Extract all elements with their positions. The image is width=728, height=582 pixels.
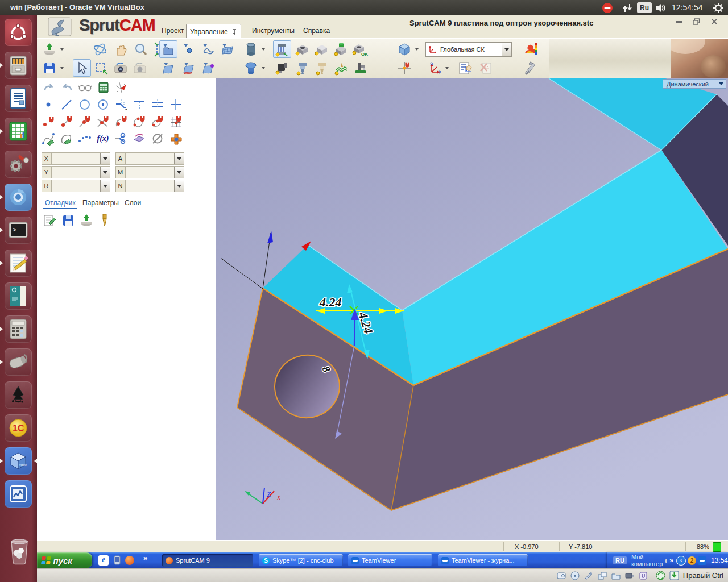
- draw-chamfer-button[interactable]: [114, 98, 129, 111]
- workpiece-cylinder-button[interactable]: [242, 40, 260, 58]
- field-r-dropdown[interactable]: [100, 180, 110, 192]
- field-x-dropdown[interactable]: [100, 153, 110, 164]
- taskbar-item-teamviewer[interactable]: TeamViewer: [348, 554, 432, 567]
- field-a-input[interactable]: [125, 152, 184, 165]
- draw-function-button[interactable]: f(x): [96, 132, 110, 146]
- vbox-audio-icon[interactable]: [584, 571, 594, 581]
- vbox-display-icon[interactable]: [624, 571, 635, 581]
- workpiece-dropdown[interactable]: [260, 40, 267, 58]
- calculator-button[interactable]: [96, 81, 111, 94]
- snap-tangent-button[interactable]: [150, 115, 165, 128]
- save-dropdown[interactable]: [59, 59, 65, 77]
- vbox-network-icon[interactable]: [597, 571, 607, 581]
- view-mode-combo[interactable]: Динамический: [663, 79, 726, 89]
- open-model-button[interactable]: [40, 40, 59, 58]
- tool-mill-button[interactable]: [293, 59, 312, 77]
- machine-sim-button[interactable]: [351, 59, 370, 77]
- draw-region-button[interactable]: [59, 132, 74, 146]
- field-a-dropdown[interactable]: [174, 153, 184, 164]
- redo-button[interactable]: [60, 81, 75, 94]
- draw-line-button[interactable]: [59, 98, 74, 111]
- dock-item-calculator[interactable]: [5, 315, 32, 343]
- cursor-coords-button[interactable]: [114, 81, 129, 94]
- dock-item-terminal[interactable]: >_: [5, 217, 32, 244]
- viewport-3d[interactable]: 4.24 4.24 8: [216, 78, 728, 540]
- dock-item-text-editor[interactable]: [5, 250, 32, 277]
- part-button[interactable]: [242, 59, 260, 77]
- taskbar-item-teamviewer-log[interactable]: TeamViewer - журна...: [438, 554, 528, 567]
- draw-circle-button[interactable]: [77, 98, 92, 111]
- start-button[interactable]: пуск: [37, 552, 92, 568]
- macro-button[interactable]: [168, 132, 183, 146]
- rotate-view-button[interactable]: [91, 40, 109, 58]
- surface-sheet-button[interactable]: [159, 59, 177, 77]
- select-tool-button[interactable]: [73, 59, 91, 77]
- tray-back-icon[interactable]: ‹: [676, 556, 686, 566]
- quicklaunch-messenger[interactable]: [113, 555, 122, 566]
- pan-view-button[interactable]: [111, 40, 130, 58]
- draw-perpendicular-button[interactable]: [132, 98, 147, 111]
- cs-list-button[interactable]: [457, 59, 475, 77]
- combo-dropdown-button[interactable]: [502, 43, 511, 56]
- dock-item-system-settings[interactable]: [5, 151, 32, 178]
- draw-circle-center-button[interactable]: [96, 98, 110, 111]
- field-n-dropdown[interactable]: [174, 180, 184, 192]
- open-model-dropdown[interactable]: [59, 40, 65, 58]
- tray-language[interactable]: RU: [613, 556, 627, 564]
- toolpath-button[interactable]: [332, 59, 350, 77]
- tab-debugger[interactable]: Отладчик: [43, 198, 77, 209]
- workpiece-block-hole-button[interactable]: [293, 40, 312, 58]
- quicklaunch-chevron[interactable]: »: [143, 554, 147, 562]
- import-surface-button[interactable]: [159, 40, 177, 58]
- tray-badge-icon[interactable]: 2: [688, 556, 696, 565]
- box-select-button[interactable]: [92, 59, 110, 77]
- menu-project[interactable]: Проект: [158, 26, 188, 38]
- menu-help[interactable]: Справка: [300, 26, 333, 38]
- surface-point-button[interactable]: [180, 40, 198, 58]
- minimize-button[interactable]: [673, 18, 685, 26]
- keyboard-layout-indicator[interactable]: Ru: [637, 2, 652, 13]
- debug-load-button[interactable]: [79, 214, 94, 227]
- dock-item-virtualbox[interactable]: vbox: [5, 447, 32, 475]
- close-button[interactable]: [708, 18, 721, 26]
- coordinate-system-combo[interactable]: Глобальная СК: [425, 42, 512, 57]
- field-y-input[interactable]: [51, 166, 110, 178]
- quicklaunch-ie[interactable]: e: [98, 555, 109, 566]
- taskbar-item-skype[interactable]: S Skype™ [2] - cnc-club: [259, 554, 343, 567]
- tab-parameters[interactable]: Параметры: [80, 198, 121, 208]
- vbox-cd-icon[interactable]: [570, 571, 580, 581]
- tab-layers[interactable]: Слои: [122, 198, 143, 208]
- vbox-hdd-icon[interactable]: [556, 571, 566, 581]
- tray-chevron[interactable]: »: [669, 556, 673, 564]
- workpiece-cast-button[interactable]: [332, 40, 350, 58]
- delete-cs-button[interactable]: [477, 59, 495, 77]
- dock-item-1c[interactable]: 1С: [5, 414, 32, 442]
- quicklaunch-sprutcam[interactable]: [125, 556, 134, 565]
- undo-button[interactable]: [42, 81, 56, 94]
- project-curve-button[interactable]: [132, 132, 147, 146]
- dock-item-roller-tool[interactable]: [5, 348, 32, 376]
- hide-element-button[interactable]: [150, 132, 165, 146]
- workpiece-block-button[interactable]: [313, 40, 331, 58]
- surface-mesh-button[interactable]: [218, 40, 237, 58]
- dock-item-ubuntu-dash[interactable]: [5, 19, 32, 46]
- vbox-usb-icon[interactable]: [638, 571, 648, 581]
- analysis-rainbow-button[interactable]: [521, 40, 539, 58]
- field-r-input[interactable]: [51, 180, 110, 192]
- field-x-input[interactable]: [51, 152, 110, 165]
- network-updown-icon[interactable]: [621, 2, 634, 14]
- dock-item-software-box[interactable]: [5, 282, 32, 310]
- draw-points-button[interactable]: [77, 132, 92, 146]
- snap-mode-button[interactable]: [395, 59, 413, 77]
- dock-item-writer[interactable]: [5, 85, 32, 112]
- menu-control[interactable]: Управление: [186, 24, 241, 40]
- dock-item-system-monitor[interactable]: [5, 480, 32, 508]
- field-m-input[interactable]: [125, 166, 184, 178]
- restore-button[interactable]: [690, 18, 702, 26]
- wcs-dropdown[interactable]: [444, 59, 450, 77]
- vbox-sharedfolders-icon[interactable]: [611, 571, 621, 581]
- taskbar-item-sprutcam[interactable]: SprutCAM 9: [162, 554, 253, 567]
- zoom-view-button[interactable]: [132, 40, 150, 58]
- snap-endpoint-button[interactable]: [59, 115, 74, 128]
- field-m-dropdown[interactable]: [174, 167, 184, 178]
